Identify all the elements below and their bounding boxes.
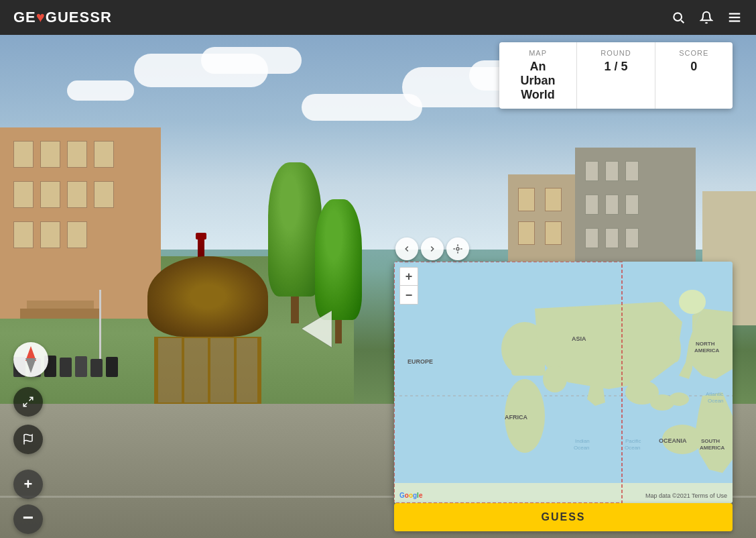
logo-guessr: GUESSR [46, 9, 112, 25]
map-zoom-controls: + − [399, 267, 418, 305]
window-4 [94, 141, 114, 168]
navigation-arrow[interactable] [302, 311, 349, 350]
cloud-6 [302, 94, 422, 121]
google-logo: Google [399, 492, 422, 499]
score-section: SCORE 0 [655, 42, 733, 109]
svg-text:AMERICA: AMERICA [694, 347, 720, 354]
score-label: SCORE [669, 49, 719, 57]
cloud-2 [201, 47, 302, 74]
svg-line-6 [29, 397, 33, 400]
menu-icon[interactable] [727, 9, 743, 25]
map-controls [395, 237, 469, 260]
map-ctrl-back[interactable] [395, 237, 418, 260]
cloud-5 [67, 80, 134, 101]
header-icons [670, 9, 743, 25]
compass[interactable] [13, 342, 48, 377]
window-3 [67, 141, 87, 168]
score-value: 0 [669, 60, 719, 74]
svg-point-9 [456, 248, 459, 250]
flag-button[interactable] [13, 425, 43, 454]
logo-text: GE♥GUESSR [13, 9, 112, 26]
search-icon[interactable] [670, 9, 686, 25]
svg-text:AMERICA: AMERICA [700, 445, 725, 451]
svg-text:Atlantic: Atlantic [706, 391, 723, 397]
window-10 [40, 221, 60, 248]
window-8 [94, 181, 114, 208]
window-9 [13, 221, 34, 248]
world-map-svg: EUROPE ASIA AFRICA NORTH AMERICA SOUTH A… [394, 262, 733, 503]
svg-point-19 [543, 366, 567, 392]
compass-south [25, 358, 36, 373]
building-left [0, 127, 161, 319]
gazebo-body [154, 337, 261, 404]
window-2 [40, 141, 60, 168]
svg-text:OCEANIA: OCEANIA [659, 437, 687, 444]
tree-1 [268, 162, 322, 323]
zoom-out-button[interactable]: − [13, 504, 43, 534]
svg-text:Ocean: Ocean [625, 445, 641, 451]
svg-text:Ocean: Ocean [574, 445, 590, 451]
map-label: MAP [513, 49, 563, 57]
map-zoom-out-button[interactable]: − [399, 286, 418, 305]
svg-line-1 [681, 20, 684, 23]
guess-button[interactable]: GUESS [394, 503, 733, 531]
svg-text:Pacific: Pacific [625, 438, 641, 444]
logo[interactable]: GE♥GUESSR [13, 9, 112, 26]
google-e: e [419, 492, 423, 499]
round-section: ROUND 1 / 5 [577, 42, 655, 109]
logo-heart: ♥ [36, 9, 46, 25]
window-5 [13, 181, 34, 208]
steps-1 [20, 309, 101, 319]
svg-text:NORTH: NORTH [696, 341, 715, 347]
steps-2 [27, 301, 94, 309]
gazebo [141, 256, 275, 404]
header: GE♥GUESSR [0, 0, 756, 35]
zoom-out-icon: − [23, 508, 34, 527]
map-ctrl-forward[interactable] [421, 237, 444, 260]
map-zoom-in-button[interactable]: + [399, 267, 418, 286]
google-g: G [399, 492, 405, 499]
logo-geo: GE [13, 9, 36, 25]
svg-point-24 [679, 290, 706, 314]
zoom-in-button[interactable]: + [13, 470, 43, 499]
svg-point-23 [670, 335, 681, 362]
map-overlay[interactable]: EUROPE ASIA AFRICA NORTH AMERICA SOUTH A… [394, 262, 733, 503]
window-1 [13, 141, 34, 168]
svg-text:AFRICA: AFRICA [505, 414, 527, 421]
map-section: MAP An Urban World [499, 42, 577, 109]
window-6 [40, 181, 60, 208]
fullscreen-button[interactable] [13, 387, 43, 417]
window-7 [67, 181, 87, 208]
map-value: An Urban World [513, 60, 563, 102]
score-panel: MAP An Urban World ROUND 1 / 5 SCORE 0 [499, 42, 733, 109]
round-label: ROUND [590, 49, 641, 57]
round-value: 1 / 5 [590, 60, 641, 74]
map-ctrl-location[interactable] [446, 237, 469, 260]
gazebo-roof [147, 256, 268, 337]
window-11 [67, 221, 87, 248]
svg-line-7 [23, 403, 27, 407]
svg-text:EUROPE: EUROPE [407, 358, 433, 365]
svg-text:ASIA: ASIA [572, 335, 586, 342]
map-attribution: Map data ©2021 Terms of Use [645, 492, 727, 499]
svg-point-0 [674, 13, 682, 21]
svg-marker-5 [302, 311, 332, 347]
svg-text:Ocean: Ocean [708, 398, 724, 404]
svg-text:SOUTH: SOUTH [701, 438, 720, 444]
svg-text:Indian: Indian [575, 438, 590, 444]
svg-point-22 [669, 392, 689, 406]
zoom-in-icon: + [24, 476, 33, 493]
notification-icon[interactable] [698, 9, 714, 25]
